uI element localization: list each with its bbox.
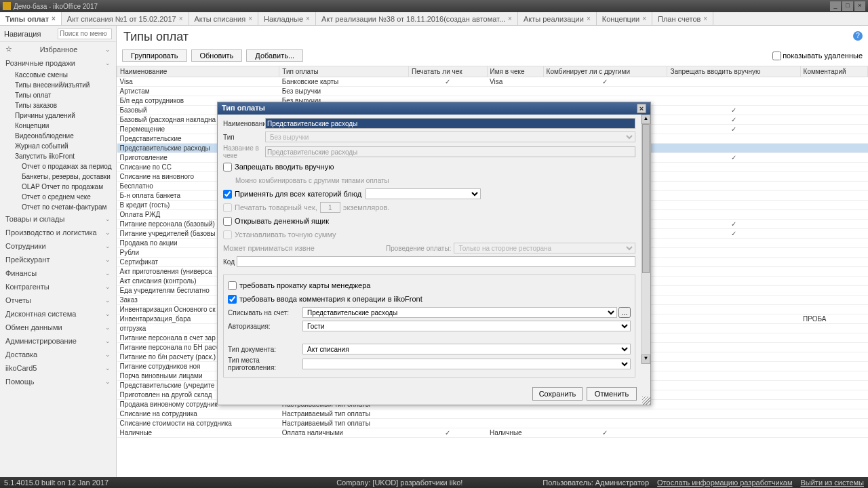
sidebar-section[interactable]: Доставка⌄ xyxy=(0,348,116,361)
tab-close-icon[interactable]: × xyxy=(306,15,310,22)
document-tab[interactable]: Акты реализации× xyxy=(518,12,597,25)
document-tab[interactable]: Акты списания× xyxy=(189,12,259,25)
conduct-label: Проведение оплаты: xyxy=(386,245,451,252)
sidebar-section[interactable]: iikoCard5⌄ xyxy=(0,361,116,375)
sidebar-item[interactable]: Банкеты, резервы, доставки xyxy=(0,171,116,182)
resize-handle[interactable] xyxy=(642,396,650,405)
require-card-checkbox[interactable] xyxy=(228,281,237,290)
placetype-select[interactable] xyxy=(302,359,631,369)
copies-input xyxy=(320,202,340,213)
doctype-select[interactable]: Акт списания xyxy=(302,344,631,354)
table-row[interactable]: АртистамБез выручки xyxy=(117,87,868,96)
sidebar-item[interactable]: Журнал событий xyxy=(0,141,116,151)
dialog-close-button[interactable]: × xyxy=(637,104,646,113)
sidebar-section[interactable]: Обмен данными⌄ xyxy=(0,321,116,334)
document-tab[interactable]: План счетов× xyxy=(652,12,713,25)
minimize-button[interactable]: _ xyxy=(830,1,841,11)
close-button[interactable]: × xyxy=(854,1,865,11)
dialog-scrollbar[interactable]: ▲ ▼ xyxy=(641,115,650,364)
nav-header: Навигация xyxy=(4,30,41,38)
sidebar-item[interactable]: Типы заказов xyxy=(0,100,116,110)
refresh-button[interactable]: Обновить xyxy=(191,49,243,62)
column-header[interactable]: Наименование xyxy=(117,66,279,77)
scroll-down-button[interactable]: ▼ xyxy=(642,354,650,364)
account-select[interactable]: Представительские расходы xyxy=(302,307,617,318)
send-info-link[interactable]: Отослать информацию разработчикам xyxy=(657,479,792,487)
maximize-button[interactable]: □ xyxy=(842,1,853,11)
column-header[interactable]: Имя в чеке xyxy=(487,66,543,77)
sidebar-section[interactable]: Прейскурант⌄ xyxy=(0,253,116,266)
document-tab[interactable]: Акт списания №1 от 15.02.2017× xyxy=(62,12,189,25)
version-label: 5.1.4015.0 built on 12 Jan 2017 xyxy=(4,479,108,487)
tab-close-icon[interactable]: × xyxy=(179,15,183,22)
table-row[interactable]: VisaБанковские карты✓Visa✓ xyxy=(117,77,868,87)
sidebar-item[interactable]: Видеонаблюдение xyxy=(0,131,116,141)
sidebar-section[interactable]: Помощь⌄ xyxy=(0,375,116,388)
sidebar-section[interactable]: Контрагенты⌄ xyxy=(0,280,116,293)
show-deleted-checkbox[interactable] xyxy=(772,52,781,60)
tab-close-icon[interactable]: × xyxy=(642,15,646,22)
help-icon[interactable]: ? xyxy=(853,31,863,41)
sidebar-item[interactable]: Отчет о продажах за период xyxy=(0,161,116,171)
sidebar-item[interactable]: Запустить iikoFront xyxy=(0,151,116,161)
sidebar-section[interactable]: Сотрудники⌄ xyxy=(0,239,116,253)
sidebar-section[interactable]: Дисконтная система⌄ xyxy=(0,307,116,321)
document-tab[interactable]: Типы оплат× xyxy=(0,12,62,25)
scroll-up-button[interactable]: ▲ xyxy=(642,115,650,124)
table-row[interactable]: Списание на сотрудникаНастраиваемый тип … xyxy=(117,409,868,419)
auth-select[interactable]: Гости xyxy=(302,321,631,331)
fix-sum-label: Устанавливать точную сумму xyxy=(235,230,336,239)
type-label: Тип xyxy=(223,134,265,141)
column-header[interactable]: Тип оплаты xyxy=(279,66,409,77)
cancel-button[interactable]: Отменить xyxy=(587,387,637,401)
group-button[interactable]: Группировать xyxy=(122,49,187,62)
document-tab[interactable]: Накладные× xyxy=(258,12,316,25)
tab-close-icon[interactable]: × xyxy=(587,15,591,22)
all-categories-checkbox[interactable] xyxy=(223,190,232,199)
sidebar-section[interactable]: Отчеты⌄ xyxy=(0,293,116,307)
sidebar-item[interactable]: Кассовые смены xyxy=(0,70,116,80)
tab-close-icon[interactable]: × xyxy=(508,15,512,22)
sidebar-section[interactable]: Администрирование⌄ xyxy=(0,334,116,348)
sidebar-item[interactable]: Концепции xyxy=(0,121,116,131)
name-input[interactable] xyxy=(265,118,635,129)
sidebar-section[interactable]: Финансы⌄ xyxy=(0,266,116,280)
tab-close-icon[interactable]: × xyxy=(703,15,707,22)
sidebar-section[interactable]: Производство и логистика⌄ xyxy=(0,226,116,239)
column-header[interactable]: Комментарий xyxy=(800,66,867,77)
save-button[interactable]: Сохранить xyxy=(532,387,583,401)
nav-search-input[interactable] xyxy=(58,28,112,39)
placetype-label: Тип места приготовления: xyxy=(228,357,302,371)
sidebar-item[interactable]: Отчет о среднем чеке xyxy=(0,192,116,202)
sidebar-item[interactable]: Типы внесений/изъятий xyxy=(0,80,116,90)
document-tab[interactable]: Акт реализации №38 от 18.11.2016(создан … xyxy=(316,12,518,25)
require-comment-checkbox[interactable] xyxy=(228,295,237,304)
scroll-thumb[interactable] xyxy=(642,124,650,273)
account-browse-button[interactable]: ... xyxy=(618,307,631,318)
logout-link[interactable]: Выйти из системы xyxy=(800,479,864,487)
add-button[interactable]: Добавить... xyxy=(246,49,303,62)
forbid-manual-checkbox[interactable] xyxy=(223,163,232,171)
open-drawer-checkbox[interactable] xyxy=(223,217,232,226)
user-label: Пользователь: Администратор xyxy=(542,479,649,487)
sidebar-section[interactable]: Товары и склады⌄ xyxy=(0,212,116,226)
tab-close-icon[interactable]: × xyxy=(52,15,56,22)
titlebar: Демо-база - iikoOffice 2017 _ □ × xyxy=(0,0,868,12)
sidebar-item[interactable]: Типы оплат xyxy=(0,90,116,100)
column-header[interactable]: Комбинирует ли с другими xyxy=(543,66,667,77)
sidebar-item[interactable]: Причины удалений xyxy=(0,110,116,121)
category-select[interactable] xyxy=(366,188,481,199)
document-tabs: Типы оплат×Акт списания №1 от 15.02.2017… xyxy=(0,12,868,26)
document-tab[interactable]: Концепции× xyxy=(597,12,652,25)
column-header[interactable]: Печатать ли чек xyxy=(408,66,487,77)
column-header[interactable]: Запрещать вводить вручную xyxy=(667,66,800,77)
sidebar-section[interactable]: ☆ Избранное⌄ xyxy=(0,42,116,56)
tab-close-icon[interactable]: × xyxy=(248,15,252,22)
sidebar-item[interactable]: OLAP Отчет по продажам xyxy=(0,182,116,192)
code-input[interactable] xyxy=(237,256,635,267)
show-deleted-label[interactable]: показывать удаленные xyxy=(772,52,863,60)
sidebar-item[interactable]: Отчет по счетам-фактурам xyxy=(0,202,116,212)
table-row[interactable]: Списание стоимости на сотрудникаНастраив… xyxy=(117,419,868,428)
table-row[interactable]: НаличныеОплата наличными✓Наличные✓ xyxy=(117,428,868,438)
sidebar-section[interactable]: Розничные продажи⌄ xyxy=(0,56,116,70)
